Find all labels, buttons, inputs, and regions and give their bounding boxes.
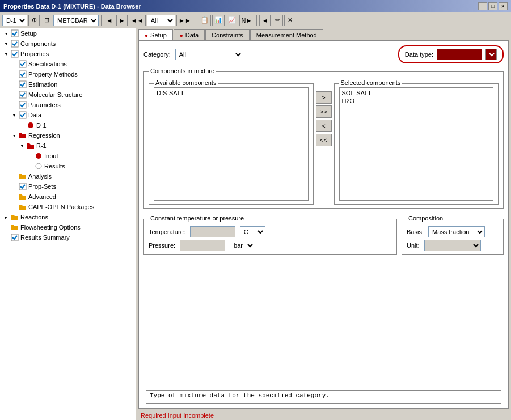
tab-constraints-label: Constraints (212, 32, 243, 39)
sidebar-item-d1[interactable]: D-1 (0, 120, 136, 130)
sidebar-item-input[interactable]: Input (0, 151, 136, 161)
sidebar-item-regression[interactable]: ▼Regression (0, 130, 136, 141)
tab-setup[interactable]: ● Setup (138, 29, 173, 40)
transfer-right-all[interactable]: >> (316, 105, 332, 118)
toolbar-edit[interactable]: ✏ (272, 15, 283, 26)
toolbar-back2[interactable]: ◄ (259, 15, 271, 26)
window-controls[interactable]: _ □ ✕ (478, 2, 508, 10)
sidebar-item-specifications[interactable]: Specifications (0, 59, 136, 69)
unit-row: Unit: (407, 240, 499, 251)
available-item-1[interactable]: DIS-SALT (155, 89, 307, 97)
svg-rect-8 (19, 112, 26, 118)
sidebar-label-components: Components (20, 40, 56, 47)
toolbar-sep-1 (101, 15, 102, 26)
sidebar-item-setup[interactable]: ▼Setup (0, 28, 136, 39)
expand-icon-parameters[interactable] (10, 101, 18, 109)
toolbar-icon2[interactable]: 📊 (212, 15, 225, 26)
expand-icon-estimation[interactable] (10, 80, 18, 88)
tab-measurement-method[interactable]: Measurement Method (250, 29, 323, 40)
sidebar-item-molecular-structure[interactable]: Molecular Structure (0, 90, 136, 100)
expand-icon-flowsheeting[interactable] (2, 223, 10, 231)
nav-dropdown[interactable]: All (147, 15, 175, 26)
transfer-right-single[interactable]: > (316, 91, 332, 104)
expand-icon-cape-open[interactable] (10, 203, 18, 211)
datatype-select[interactable] (485, 49, 497, 60)
sidebar-item-properties[interactable]: ▼Properties (0, 49, 136, 59)
expand-icon-r1[interactable]: ▼ (18, 142, 26, 150)
basis-select[interactable]: Mass fraction (428, 226, 485, 237)
toolbar-delete[interactable]: ✕ (284, 15, 295, 26)
transfer-left-all[interactable]: << (316, 134, 332, 146)
pressure-unit-select[interactable]: bar (230, 240, 255, 251)
category-select[interactable]: All (175, 49, 243, 60)
toolbar-btn-copy[interactable]: ⊕ (28, 15, 40, 26)
minimize-button[interactable]: _ (478, 2, 487, 10)
sidebar-item-reactions[interactable]: ►Reactions (0, 212, 136, 222)
close-button[interactable]: ✕ (499, 2, 508, 10)
toolbar-first-btn[interactable]: ◄◄ (129, 15, 146, 26)
sidebar-item-results-summary[interactable]: Results Summary (0, 232, 136, 243)
sidebar-item-advanced[interactable]: Advanced (0, 192, 136, 202)
selected-item-2[interactable]: H2O (341, 97, 492, 105)
toolbar-last-btn[interactable]: ►► (176, 15, 193, 26)
expand-icon-results-summary[interactable] (2, 234, 10, 241)
datatype-box (437, 49, 482, 60)
expand-icon-reactions[interactable]: ► (2, 213, 10, 221)
toolbar-back-btn[interactable]: ◄ (104, 15, 115, 26)
pressure-input[interactable] (180, 240, 225, 251)
basis-label: Basis: (407, 228, 424, 235)
toolbar-forward-btn[interactable]: ► (116, 15, 128, 26)
sidebar-item-r1[interactable]: ▼R-1 (0, 141, 136, 151)
category-label: Category: (143, 51, 171, 58)
node-dropdown[interactable]: D-1 (2, 15, 27, 26)
maximize-button[interactable]: □ (488, 2, 497, 10)
expand-icon-setup[interactable]: ▼ (2, 29, 10, 37)
expand-icon-data[interactable]: ▼ (10, 111, 18, 119)
tab-constraints[interactable]: Constraints (205, 29, 250, 40)
sidebar-item-flowsheeting[interactable]: Flowsheeting Options (0, 222, 136, 232)
expand-icon-prop-sets[interactable] (10, 183, 18, 190)
sidebar-item-property-methods[interactable]: Property Methods (0, 69, 136, 79)
expand-icon-advanced[interactable] (10, 193, 18, 201)
expand-icon-d1[interactable] (18, 121, 26, 129)
expand-icon-property-methods[interactable] (10, 70, 18, 78)
sidebar-item-analysis[interactable]: Analysis (0, 171, 136, 181)
sidebar-label-analysis: Analysis (28, 173, 52, 180)
svg-rect-4 (19, 71, 26, 78)
unit-select[interactable] (424, 240, 481, 251)
toolbar-btn-paste[interactable]: ⊞ (41, 15, 52, 26)
expand-icon-regression[interactable]: ▼ (10, 131, 18, 139)
toolbar-icon3[interactable]: 📈 (226, 15, 238, 26)
expand-icon-molecular-structure[interactable] (10, 91, 18, 99)
sidebar-item-results[interactable]: Results (0, 161, 136, 171)
expand-icon-properties[interactable]: ▼ (2, 50, 10, 58)
tree-icon-setup (10, 29, 19, 38)
datatype-label: Data type: (405, 51, 433, 58)
expand-icon-results[interactable] (26, 162, 34, 170)
transfer-left-single[interactable]: < (316, 120, 332, 132)
temperature-unit-select[interactable]: C (240, 226, 265, 237)
sidebar-item-cape-open[interactable]: CAPE-OPEN Packages (0, 202, 136, 212)
toolbar-np-btn[interactable]: N► (239, 15, 255, 26)
tree-icon-results-summary (10, 233, 19, 242)
sidebar-item-prop-sets[interactable]: Prop-Sets (0, 181, 136, 192)
units-dropdown[interactable]: METCBAR (53, 15, 99, 26)
expand-icon-input[interactable] (26, 152, 34, 160)
sidebar-label-parameters: Parameters (28, 101, 61, 108)
tab-data[interactable]: ● Data (174, 29, 205, 40)
sidebar-item-data[interactable]: ▼Data (0, 110, 136, 120)
selected-list[interactable]: SOL-SALT H2O (339, 87, 494, 201)
category-row: Category: All Data type: (143, 45, 504, 63)
sidebar-item-estimation[interactable]: Estimation (0, 79, 136, 90)
selected-item-1[interactable]: SOL-SALT (341, 89, 492, 97)
toolbar-icon1[interactable]: 📋 (199, 15, 211, 26)
tree-icon-properties (10, 49, 19, 58)
expand-icon-specifications[interactable] (10, 60, 18, 68)
temperature-input[interactable] (190, 226, 235, 237)
sidebar-label-reactions: Reactions (20, 214, 48, 220)
expand-icon-components[interactable]: ▼ (2, 40, 10, 48)
sidebar-item-components[interactable]: ▼Components (0, 39, 136, 49)
sidebar-item-parameters[interactable]: Parameters (0, 100, 136, 110)
available-list[interactable]: DIS-SALT (154, 87, 309, 201)
expand-icon-analysis[interactable] (10, 172, 18, 180)
